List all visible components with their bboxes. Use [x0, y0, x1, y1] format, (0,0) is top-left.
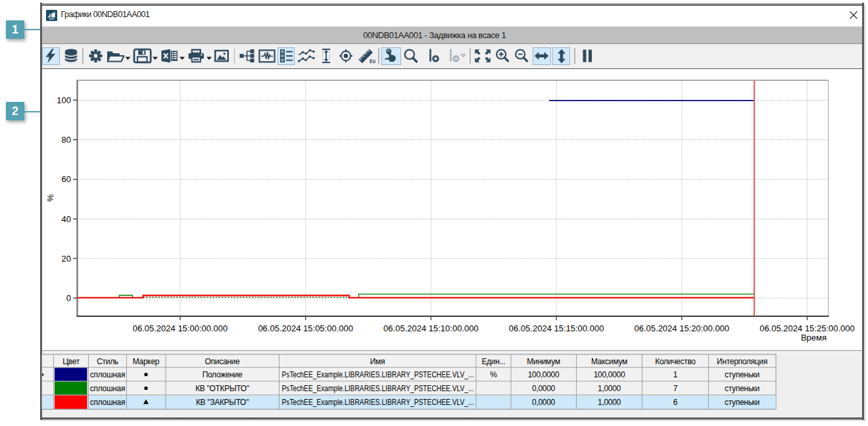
svg-text:0,0000: 0,0000 [532, 384, 556, 393]
svg-text:КВ "ЗАКРЫТО": КВ "ЗАКРЫТО" [196, 398, 249, 407]
svg-text:1,0000: 1,0000 [598, 384, 621, 393]
svg-text:100,0000: 100,0000 [594, 370, 625, 379]
svg-text:PsTechEE_Example.LIBRARIES.LIB: PsTechEE_Example.LIBRARIES.LIBRARY_PSTEC… [282, 398, 474, 407]
svg-text:PsTechEE_Example.LIBRARIES.LIB: PsTechEE_Example.LIBRARIES.LIBRARY_PSTEC… [282, 370, 474, 379]
svg-text:100,0000: 100,0000 [528, 370, 560, 379]
svg-text:7: 7 [673, 384, 678, 393]
svg-text:сплошная: сплошная [90, 370, 125, 379]
svg-text:ступеньки: ступеньки [725, 398, 760, 407]
svg-text:Маркер: Маркер [133, 357, 160, 366]
svg-text:Максимум: Максимум [591, 357, 627, 366]
svg-text:Положение: Положение [203, 370, 243, 379]
svg-text:Един...: Един... [481, 357, 505, 366]
svg-text:ступеньки: ступеньки [725, 370, 760, 379]
svg-text:PsTechEE_Example.LIBRARIES.LIB: PsTechEE_Example.LIBRARIES.LIBRARY_PSTEC… [282, 384, 474, 393]
svg-text:0,0000: 0,0000 [532, 398, 556, 407]
svg-text:ступеньки: ступеньки [725, 384, 760, 393]
svg-text:сплошная: сплошная [90, 384, 125, 393]
svg-text:КВ "ОТКРЫТО": КВ "ОТКРЫТО" [195, 384, 249, 393]
svg-text:1: 1 [673, 370, 678, 379]
svg-text:Интерполяция: Интерполяция [717, 357, 767, 366]
svg-text:Описание: Описание [205, 357, 240, 366]
svg-text:6: 6 [673, 398, 678, 407]
svg-text:%: % [490, 370, 497, 379]
svg-text:Минимум: Минимум [527, 357, 560, 366]
svg-text:Стиль: Стиль [97, 357, 118, 366]
svg-text:Цвет: Цвет [62, 357, 80, 366]
svg-text:сплошная: сплошная [90, 398, 125, 407]
svg-text:1,0000: 1,0000 [598, 398, 621, 407]
svg-text:Имя: Имя [370, 357, 385, 366]
svg-text:Количество: Количество [655, 357, 696, 366]
